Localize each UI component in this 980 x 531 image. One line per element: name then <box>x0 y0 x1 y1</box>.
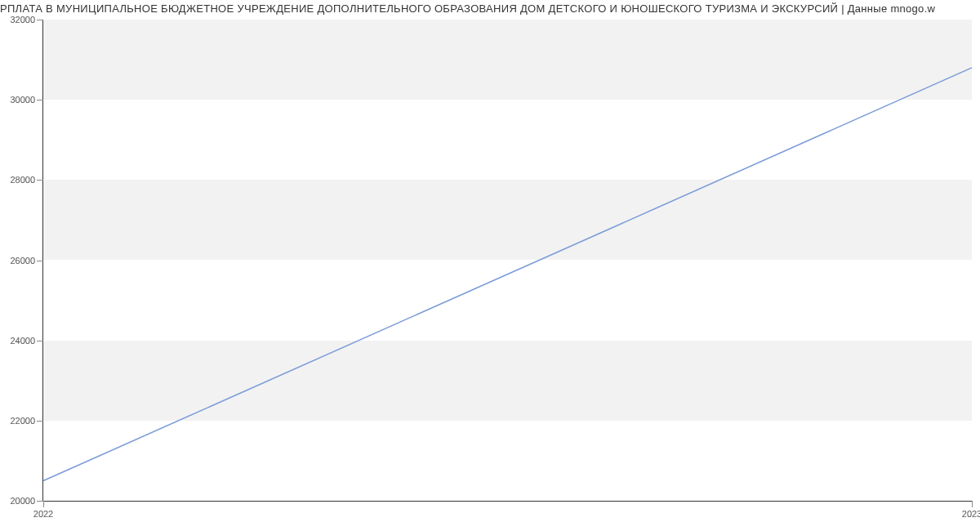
y-tick <box>37 341 43 341</box>
x-axis-label: 2023 <box>962 509 980 519</box>
chart-title: РПЛАТА В МУНИЦИПАЛЬНОЕ БЮДЖЕТНОЕ УЧРЕЖДЕ… <box>0 0 980 15</box>
y-tick <box>37 180 43 181</box>
y-axis-label: 22000 <box>10 416 35 426</box>
x-tick <box>972 501 973 507</box>
y-axis-label: 32000 <box>10 15 35 25</box>
y-tick <box>37 20 43 20</box>
x-tick <box>43 501 44 507</box>
y-tick <box>37 100 43 100</box>
y-axis-label: 30000 <box>10 95 35 105</box>
x-axis-label: 2022 <box>33 509 53 519</box>
y-tick <box>37 261 43 261</box>
chart-container: РПЛАТА В МУНИЦИПАЛЬНОЕ БЮДЖЕТНОЕ УЧРЕЖДЕ… <box>0 0 980 531</box>
y-axis-label: 20000 <box>10 496 35 506</box>
data-line <box>43 68 972 481</box>
y-axis-label: 24000 <box>10 336 35 346</box>
y-axis-label: 26000 <box>10 256 35 266</box>
y-tick <box>37 421 43 422</box>
y-tick <box>37 501 43 502</box>
line-chart-svg <box>43 20 972 501</box>
y-axis-label: 28000 <box>10 175 35 185</box>
plot-area: 2000022000240002600028000300003200020222… <box>42 20 972 502</box>
